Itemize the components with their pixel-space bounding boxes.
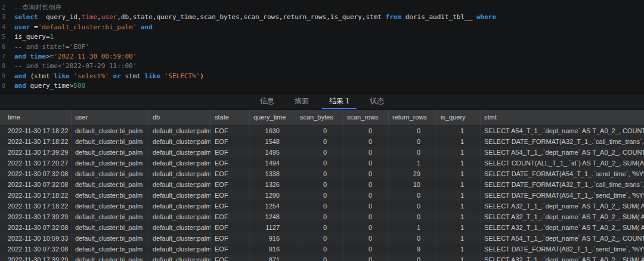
cell-time[interactable]: 2022-11-30 17:20:27 bbox=[0, 158, 72, 168]
cell-return_rows[interactable]: 0 bbox=[389, 233, 437, 244]
cell-time[interactable]: 2022-11-30 17:18:22 bbox=[0, 190, 72, 201]
cell-db[interactable]: default_cluster:palm bbox=[149, 190, 211, 201]
cell-return_rows[interactable]: 9 bbox=[389, 244, 437, 254]
cell-time[interactable]: 2022-11-30 17:39:29 bbox=[0, 254, 72, 261]
table-row[interactable]: 2022-11-30 07:32:08default_cluster:bi_pa… bbox=[0, 179, 644, 190]
tab-status[interactable]: 状态 bbox=[363, 94, 391, 109]
cell-state[interactable]: EOF bbox=[211, 147, 250, 158]
table-row[interactable]: 2022-11-30 17:20:27default_cluster:bi_pa… bbox=[0, 158, 644, 168]
cell-time[interactable]: 2022-11-30 17:18:22 bbox=[0, 125, 72, 136]
table-row[interactable]: 2022-11-30 17:39:29default_cluster:bi_pa… bbox=[0, 211, 644, 222]
cell-scan_bytes[interactable]: 0 bbox=[296, 179, 343, 190]
cell-time[interactable]: 2022-11-30 17:39:29 bbox=[0, 147, 72, 158]
cell-return_rows[interactable]: 0 bbox=[389, 125, 437, 136]
cell-db[interactable]: default_cluster:palm bbox=[149, 158, 211, 168]
grid-body[interactable]: 2022-11-30 17:18:22default_cluster:bi_pa… bbox=[0, 125, 644, 261]
tab-summary[interactable]: 摘要 bbox=[287, 94, 316, 109]
cell-stmt[interactable]: SELECT A54_T_1_.`dept_name` AS T_A0_2_, … bbox=[481, 233, 644, 244]
cell-is_query[interactable]: 1 bbox=[437, 158, 481, 168]
cell-user[interactable]: default_cluster:bi_palm bbox=[72, 233, 149, 244]
cell-stmt[interactable]: SELECT A32_T_1_.`dept_name` AS T_A0_2_, … bbox=[481, 201, 644, 211]
cell-state[interactable]: EOF bbox=[211, 201, 250, 211]
column-header-query_time[interactable]: query_time bbox=[250, 110, 296, 125]
cell-db[interactable]: default_cluster:palm bbox=[149, 168, 211, 179]
cell-scan_rows[interactable]: 0 bbox=[343, 158, 389, 168]
cell-scan_bytes[interactable]: 0 bbox=[296, 222, 343, 233]
table-row[interactable]: 2022-11-30 17:18:22default_cluster:bi_pa… bbox=[0, 190, 644, 201]
tab-result-1[interactable]: 结果 1 bbox=[322, 94, 357, 109]
cell-db[interactable]: default_cluster:palm bbox=[149, 179, 211, 190]
cell-query_time[interactable]: 1494 bbox=[250, 158, 296, 168]
cell-stmt[interactable]: SELECT A54_T_1_.`dept_name` AS T_A0_2_, … bbox=[481, 125, 644, 136]
cell-return_rows[interactable]: 0 bbox=[389, 201, 437, 211]
cell-state[interactable]: EOF bbox=[211, 125, 250, 136]
column-header-is_query[interactable]: is_query bbox=[437, 110, 481, 125]
cell-state[interactable]: EOF bbox=[211, 254, 250, 261]
cell-return_rows[interactable]: 29 bbox=[389, 168, 437, 179]
column-header-scan_bytes[interactable]: scan_bytes bbox=[296, 110, 343, 125]
cell-user[interactable]: default_cluster:bi_palm bbox=[72, 190, 149, 201]
column-header-user[interactable]: user bbox=[72, 110, 149, 125]
cell-time[interactable]: 2022-11-30 17:39:29 bbox=[0, 211, 72, 222]
cell-scan_rows[interactable]: 0 bbox=[343, 125, 389, 136]
cell-user[interactable]: default_cluster:bi_palm bbox=[72, 136, 149, 147]
cell-query_time[interactable]: 1326 bbox=[250, 179, 296, 190]
cell-stmt[interactable]: SELECT COUNT(ALL_T_1_.`id`) AS T_A0_2_, … bbox=[481, 158, 644, 168]
cell-db[interactable]: default_cluster:palm bbox=[149, 222, 211, 233]
cell-user[interactable]: default_cluster:bi_palm bbox=[72, 254, 149, 261]
cell-return_rows[interactable]: 0 bbox=[389, 136, 437, 147]
cell-state[interactable]: EOF bbox=[211, 168, 250, 179]
cell-state[interactable]: EOF bbox=[211, 222, 250, 233]
cell-scan_bytes[interactable]: 0 bbox=[296, 158, 343, 168]
cell-scan_bytes[interactable]: 0 bbox=[296, 168, 343, 179]
cell-stmt[interactable]: SELECT DATE_FORMAT(A82_T_1_.`send_time`,… bbox=[481, 244, 644, 254]
cell-scan_rows[interactable]: 0 bbox=[343, 190, 389, 201]
cell-is_query[interactable]: 1 bbox=[437, 244, 481, 254]
cell-scan_rows[interactable]: 0 bbox=[343, 233, 389, 244]
cell-is_query[interactable]: 1 bbox=[437, 254, 481, 261]
cell-scan_rows[interactable]: 0 bbox=[343, 244, 389, 254]
cell-state[interactable]: EOF bbox=[211, 136, 250, 147]
cell-stmt[interactable]: SELECT A32_T_1_.`dept_name` AS T_A0_2_, … bbox=[481, 222, 644, 233]
cell-db[interactable]: default_cluster:palm bbox=[149, 211, 211, 222]
cell-query_time[interactable]: 871 bbox=[250, 254, 296, 261]
cell-user[interactable]: default_cluster:bi_palm bbox=[72, 211, 149, 222]
cell-stmt[interactable]: SELECT DATE_FORMAT(A54_T_1_.`send_time`,… bbox=[481, 190, 644, 201]
cell-state[interactable]: EOF bbox=[211, 244, 250, 254]
tab-info[interactable]: 信息 bbox=[253, 94, 281, 109]
cell-db[interactable]: default_cluster:palm bbox=[149, 125, 211, 136]
cell-stmt[interactable]: SELECT DATE_FORMAT(A32_T_1_.`call_time_t… bbox=[481, 179, 644, 190]
cell-return_rows[interactable]: 0 bbox=[389, 211, 437, 222]
cell-state[interactable]: EOF bbox=[211, 158, 250, 168]
cell-stmt[interactable]: SELECT A54_T_1_.`dept_name` AS T_A0_2_, … bbox=[481, 147, 644, 158]
cell-scan_bytes[interactable]: 0 bbox=[296, 190, 343, 201]
column-header-return_rows[interactable]: return_rows bbox=[389, 110, 437, 125]
cell-scan_bytes[interactable]: 0 bbox=[296, 233, 343, 244]
cell-query_time[interactable]: 916 bbox=[250, 244, 296, 254]
cell-scan_bytes[interactable]: 0 bbox=[296, 147, 343, 158]
cell-user[interactable]: default_cluster:bi_palm bbox=[72, 201, 149, 211]
cell-scan_rows[interactable]: 0 bbox=[343, 168, 389, 179]
cell-return_rows[interactable]: 0 bbox=[389, 147, 437, 158]
cell-stmt[interactable]: SELECT DATE_FORMAT(A54_T_1_.`send_time`,… bbox=[481, 168, 644, 179]
cell-stmt[interactable]: SELECT DATE_FORMAT(A32_T_1_.`call_time_t… bbox=[481, 136, 644, 147]
cell-state[interactable]: EOF bbox=[211, 179, 250, 190]
cell-query_time[interactable]: 1290 bbox=[250, 190, 296, 201]
cell-user[interactable]: default_cluster:bi_palm bbox=[72, 147, 149, 158]
cell-user[interactable]: default_cluster:bi_palm bbox=[72, 179, 149, 190]
cell-stmt[interactable]: SELECT A32_T_1_.`dept_name` AS T_A0_2_, … bbox=[481, 254, 644, 261]
cell-time[interactable]: 2022-11-30 17:18:22 bbox=[0, 201, 72, 211]
cell-query_time[interactable]: 1495 bbox=[250, 147, 296, 158]
cell-is_query[interactable]: 1 bbox=[437, 201, 481, 211]
cell-scan_rows[interactable]: 0 bbox=[343, 222, 389, 233]
cell-time[interactable]: 2022-11-30 10:59:33 bbox=[0, 233, 72, 244]
cell-db[interactable]: default_cluster:palm bbox=[149, 244, 211, 254]
column-header-scan_rows[interactable]: scan_rows bbox=[343, 110, 389, 125]
cell-scan_rows[interactable]: 0 bbox=[343, 254, 389, 261]
cell-query_time[interactable]: 1548 bbox=[250, 136, 296, 147]
column-header-db[interactable]: db bbox=[149, 110, 211, 125]
cell-state[interactable]: EOF bbox=[211, 233, 250, 244]
table-row[interactable]: 2022-11-30 07:32:08default_cluster:bi_pa… bbox=[0, 222, 644, 233]
cell-return_rows[interactable]: 1 bbox=[389, 158, 437, 168]
cell-user[interactable]: default_cluster:bi_palm bbox=[72, 158, 149, 168]
